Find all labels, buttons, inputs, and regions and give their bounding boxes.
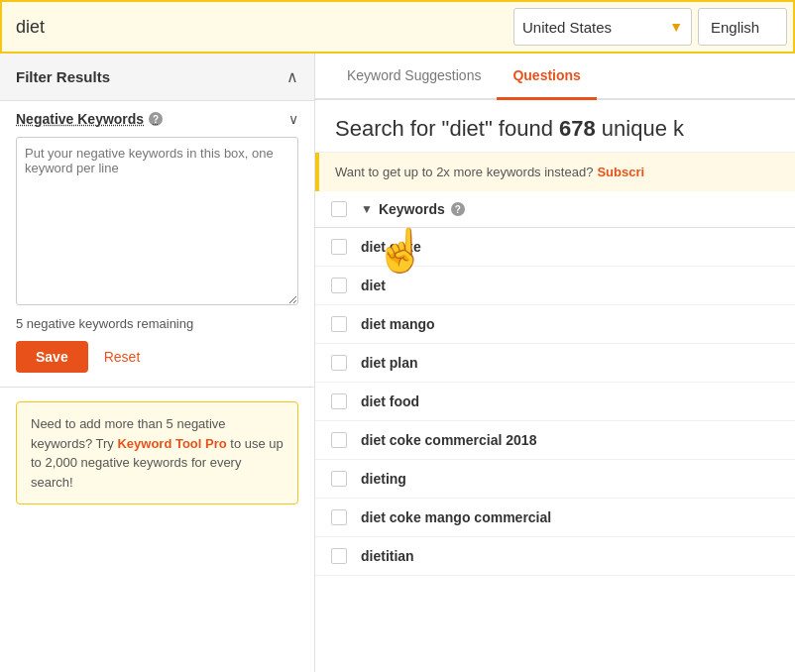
keyword-cell: dieting — [361, 471, 779, 487]
header-keyword-col: ▼ Keywords ? — [361, 201, 779, 217]
row-checkbox-col — [331, 278, 361, 293]
header-checkbox[interactable] — [331, 201, 347, 217]
main-layout: Filter Results ∧ Negative Keywords ? ∨ 5… — [0, 54, 795, 672]
table-row: diet plan — [315, 344, 795, 383]
tabs-row: Keyword Suggestions Questions — [315, 54, 795, 100]
language-select[interactable]: English — [698, 8, 787, 46]
row-checkbox-col — [331, 239, 361, 255]
row-checkbox[interactable] — [331, 239, 347, 255]
tab-keyword-suggestions[interactable]: Keyword Suggestions — [331, 54, 497, 100]
keywords-header-label: Keywords — [379, 201, 445, 217]
keyword-text: diet — [361, 278, 390, 293]
table-row: diet food — [315, 383, 795, 421]
keyword-cell: diet coke — [361, 239, 779, 255]
filter-collapse-icon: ∧ — [286, 67, 298, 86]
row-checkbox[interactable] — [331, 355, 347, 371]
keyword-cell: diet coke commercial 2018 — [361, 432, 779, 448]
filter-results-header[interactable]: Filter Results ∧ — [0, 54, 314, 101]
reset-button[interactable]: Reset — [104, 349, 141, 365]
neg-kw-collapse-icon[interactable]: ∨ — [288, 111, 298, 127]
country-label: United States — [522, 19, 663, 36]
keyword-text: diet mango — [361, 316, 435, 332]
neg-kw-help-icon[interactable]: ? — [149, 112, 163, 126]
table-row: diet coke mango commercial — [315, 499, 795, 537]
row-checkbox[interactable] — [331, 278, 347, 293]
row-checkbox-col — [331, 355, 361, 371]
row-checkbox[interactable] — [331, 432, 347, 448]
keyword-cell: diet coke mango commercial — [361, 509, 779, 525]
keywords-help-icon[interactable]: ? — [451, 202, 465, 216]
row-checkbox[interactable] — [331, 509, 347, 525]
row-checkbox-col — [331, 471, 361, 487]
remaining-text: 5 negative keywords remaining — [16, 316, 298, 331]
results-header: Search for "diet" found 678 unique k — [315, 100, 795, 153]
keyword-text: dieting — [361, 471, 406, 487]
promo-box: Need to add more than 5 negative keyword… — [16, 401, 298, 504]
top-bar: diet United States ▼ English — [0, 0, 795, 54]
subscribe-text: Want to get up to 2x more keywords inste… — [335, 165, 593, 179]
filter-results-title: Filter Results — [16, 68, 110, 85]
keyword-text: diet coke — [361, 239, 421, 255]
keyword-text: diet coke commercial 2018 — [361, 432, 536, 448]
keyword-text: diet plan — [361, 355, 418, 371]
country-select[interactable]: United States ▼ — [513, 8, 692, 46]
row-checkbox-col — [331, 509, 361, 525]
neg-kw-header: Negative Keywords ? ∨ — [16, 111, 298, 127]
keyword-text: diet food — [361, 393, 419, 409]
content-area: Keyword Suggestions Questions Search for… — [315, 54, 795, 672]
promo-link[interactable]: Keyword Tool Pro — [117, 436, 226, 451]
header-checkbox-col — [331, 201, 361, 217]
dropdown-arrow-icon: ▼ — [669, 19, 683, 35]
button-row: Save Reset — [16, 341, 298, 373]
language-label: English — [711, 19, 759, 36]
row-checkbox[interactable] — [331, 471, 347, 487]
row-checkbox[interactable] — [331, 393, 347, 409]
save-button[interactable]: Save — [16, 341, 88, 373]
results-text-suffix: unique k — [596, 116, 684, 141]
keyword-cell: diet food — [361, 393, 779, 409]
table-row: diet — [315, 267, 795, 305]
subscribe-banner: Want to get up to 2x more keywords inste… — [315, 153, 795, 191]
table-row: dieting — [315, 460, 795, 499]
tab-questions[interactable]: Questions — [497, 54, 596, 100]
results-count: 678 — [559, 116, 596, 141]
table-header-row: ▼ Keywords ? — [315, 191, 795, 228]
keyword-cell: dietitian — [361, 548, 779, 564]
results-text-before: Search for "diet" found — [335, 116, 559, 141]
keyword-text: dietitian — [361, 548, 414, 564]
table-row: diet coke ☝️ — [315, 228, 795, 267]
sort-icon[interactable]: ▼ — [361, 202, 373, 216]
keyword-text: diet coke mango commercial — [361, 509, 551, 525]
keyword-cell: diet mango — [361, 316, 779, 332]
neg-kw-title: Negative Keywords ? — [16, 111, 163, 127]
row-checkbox-col — [331, 548, 361, 564]
table-row: diet coke commercial 2018 — [315, 421, 795, 460]
keywords-table: ▼ Keywords ? diet coke ☝️ — [315, 191, 795, 672]
row-checkbox-col — [331, 432, 361, 448]
negative-keywords-section: Negative Keywords ? ∨ 5 negative keyword… — [0, 101, 314, 388]
search-input[interactable]: diet — [8, 13, 508, 42]
row-checkbox-col — [331, 393, 361, 409]
row-checkbox[interactable] — [331, 548, 347, 564]
neg-kw-textarea[interactable] — [16, 137, 298, 305]
keyword-cell: diet — [361, 278, 779, 293]
table-row: dietitian — [315, 537, 795, 576]
sidebar: Filter Results ∧ Negative Keywords ? ∨ 5… — [0, 54, 315, 672]
subscribe-link[interactable]: Subscri — [597, 165, 644, 179]
row-checkbox-col — [331, 316, 361, 332]
row-checkbox[interactable] — [331, 316, 347, 332]
table-row: diet mango — [315, 305, 795, 344]
keyword-cell: diet plan — [361, 355, 779, 371]
